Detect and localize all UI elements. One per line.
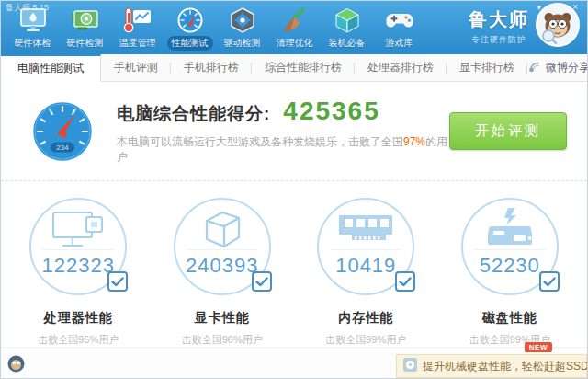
toolbar-label: 温度管理 <box>115 36 161 51</box>
circle-divider <box>187 249 258 250</box>
weibo-share-button[interactable]: 微博分享 <box>527 60 588 75</box>
benchmark-circle: 122323 <box>29 198 127 295</box>
benchmark-beat: 击败全国95%用户 <box>6 333 151 347</box>
close-icon[interactable]: × <box>572 3 578 12</box>
toolbar-item-hardware-detect[interactable]: 硬件检测 <box>59 6 111 51</box>
score-title: 电脑综合性能得分: <box>117 102 270 126</box>
brand-text: 鲁大师 专注硬件防护 <box>469 7 529 46</box>
ram-icon <box>336 208 395 249</box>
tab-label: 综合性能排行榜 <box>265 60 342 75</box>
circle-divider <box>330 249 401 250</box>
score-desc-percent: 97% <box>403 135 425 148</box>
score-desc-prefix: 本电脑可以流畅运行大型游戏及各种发烧娱乐，击败了全国 <box>117 135 403 148</box>
checkmark-badge <box>395 271 415 292</box>
brand-name: 鲁大师 <box>469 7 529 32</box>
disk-icon <box>481 208 539 249</box>
benchmark-circle: 240393 <box>174 198 271 295</box>
benchmark-name: 显卡性能 <box>151 310 295 327</box>
benchmark-disk[interactable]: 52230 磁盘性能 击败全国99%用户 <box>438 198 582 347</box>
gamepad-icon <box>384 6 415 34</box>
benchmark-name: 磁盘性能 <box>438 310 582 327</box>
score-main: 电脑综合性能得分: 425365 本电脑可以流畅运行大型游戏及各种发烧娱乐，击败… <box>117 97 449 166</box>
benchmark-circle: 10419 <box>317 198 414 295</box>
tab-cpu-ranking[interactable]: 处理器排行榜 <box>355 54 447 81</box>
menu-icon[interactable]: ▾ <box>537 3 541 12</box>
tab-actions: 微博分享 保存截屏 <box>527 54 588 81</box>
brand-slogan: 专注硬件防护 <box>469 34 529 46</box>
footer-bar: NEW 提升机械硬盘性能，轻松赶超SSD <box>1 347 587 378</box>
benchmark-gpu[interactable]: 240393 显卡性能 击败全国96%用户 <box>151 198 295 347</box>
overall-score-value: 425365 <box>283 97 379 126</box>
benchmark-beat: 击败全国99%用户 <box>294 333 438 347</box>
tab-label: 处理器排行榜 <box>368 60 434 75</box>
benchmark-memory[interactable]: 10419 内存性能 击败全国99%用户 <box>294 198 438 347</box>
tab-bar: 电脑性能测试 手机评测 手机排行榜 综合性能排行榜 处理器排行榜 显卡排行榜 微… <box>1 54 587 82</box>
gpu-card-icon <box>71 6 100 34</box>
tab-overall-ranking[interactable]: 综合性能排行榜 <box>252 54 355 81</box>
toolbar-item-clean-optimize[interactable]: 清理优化 <box>268 6 321 51</box>
gear-hex-icon <box>228 6 257 34</box>
toolbar-item-temperature[interactable]: 温度管理 <box>111 6 164 51</box>
promo-text: 提升机械硬盘性能，轻松赶超SSD <box>423 359 588 374</box>
benchmark-panels: 122323 处理器性能 击败全国95%用户 240393 <box>1 181 587 347</box>
main-toolbar: 鲁大师 5.15 ▾ — × 硬件体检 <box>1 1 587 54</box>
cpu-monitor-icon <box>50 208 107 249</box>
tab-pc-performance-test[interactable]: 电脑性能测试 <box>1 54 101 82</box>
speedometer-icon: 234 <box>30 99 95 164</box>
toolbar-item-game-library[interactable]: 游戏库 <box>373 6 425 51</box>
tab-gpu-ranking[interactable]: 显卡排行榜 <box>447 54 527 81</box>
window-controls: ▾ — × <box>537 3 578 12</box>
action-label: 微博分享 <box>546 60 588 75</box>
master-lu-window: 鲁大师 5.15 ▾ — × 硬件体检 <box>0 0 588 379</box>
checkmark-badge <box>107 271 128 292</box>
toolbar-label: 驱动检测 <box>220 36 266 51</box>
gauge-badge-value: 234 <box>56 144 69 152</box>
share-icon <box>527 61 541 75</box>
tab-phone-ranking[interactable]: 手机排行榜 <box>171 54 252 81</box>
thermometer-chart-icon <box>122 6 153 34</box>
checkmark-badge <box>252 271 272 292</box>
toolbar-label: 硬件体检 <box>10 36 56 51</box>
toolbar-label: 清理优化 <box>272 36 318 51</box>
disk-promo-icon <box>402 357 418 375</box>
tab-label: 手机排行榜 <box>184 60 239 75</box>
broom-icon <box>280 6 310 34</box>
toolbar-label: 游戏库 <box>381 36 418 51</box>
tab-label: 手机评测 <box>114 60 158 75</box>
memory-score: 10419 <box>335 254 396 278</box>
gpu-box-icon <box>197 208 248 249</box>
floating-mascot-icon[interactable] <box>7 355 25 376</box>
window-title: 鲁大师 5.15 <box>6 2 49 14</box>
gauge-icon <box>175 6 205 34</box>
toolbar-item-driver-detect[interactable]: 驱动检测 <box>216 6 268 51</box>
toolbar-label: 硬件检测 <box>62 36 108 51</box>
benchmark-circle: 52230 <box>461 198 559 295</box>
start-benchmark-button[interactable]: 开始评测 <box>449 112 567 150</box>
benchmark-cpu[interactable]: 122323 处理器性能 击败全国95%用户 <box>6 198 151 347</box>
circle-divider <box>42 249 114 250</box>
benchmark-name: 内存性能 <box>294 310 438 327</box>
minimize-icon[interactable]: — <box>552 3 561 12</box>
toolbar-label: 装机必备 <box>324 36 370 51</box>
tab-label: 显卡排行榜 <box>459 60 514 75</box>
new-badge: NEW <box>525 342 552 352</box>
cpu-score: 122323 <box>42 254 115 278</box>
ssd-promo-banner[interactable]: 提升机械硬盘性能，轻松赶超SSD <box>396 354 587 378</box>
overall-score-section: 234 电脑综合性能得分: 425365 本电脑可以流畅运行大型游戏及各种发烧娱… <box>1 82 587 177</box>
gpu-score: 240393 <box>186 254 258 278</box>
benchmark-name: 处理器性能 <box>6 310 151 327</box>
circle-divider <box>474 249 546 250</box>
disk-score: 52230 <box>480 254 540 278</box>
benchmark-beat: 击败全国96%用户 <box>151 333 295 347</box>
tab-phone-review[interactable]: 手机评测 <box>101 54 171 81</box>
benchmark-beat: 击败全国99%用户 <box>438 333 582 347</box>
cube-icon <box>333 6 362 34</box>
score-description: 本电脑可以流畅运行大型游戏及各种发烧娱乐，击败了全国97%的用户 <box>117 134 449 166</box>
checkmark-badge <box>539 271 560 292</box>
toolbar-label: 性能测试 <box>167 36 213 51</box>
toolbar-item-performance-test[interactable]: 性能测试 <box>164 6 216 51</box>
toolbar-item-essentials[interactable]: 装机必备 <box>321 6 373 51</box>
tab-label: 电脑性能测试 <box>17 61 84 76</box>
